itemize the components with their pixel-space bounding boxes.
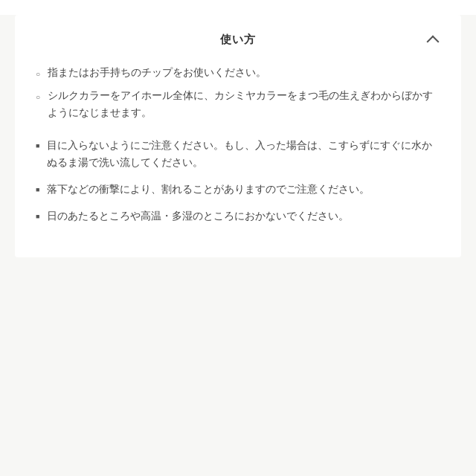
list-item: 日のあたるところや高温・多湿のところにおかないでください。 <box>36 208 440 225</box>
chevron-up-icon[interactable] <box>425 33 440 48</box>
section-header: 使い方 <box>36 33 440 47</box>
list-item: 落下などの衝撃により、割れることがありますのでご注意ください。 <box>36 181 440 199</box>
square-bullet-list: 目に入らないようにご注意ください。もし、入った場合は、こすらずにすぐに水かぬるま… <box>36 137 440 225</box>
section-title: 使い方 <box>220 33 255 47</box>
circle-bullet-list: 指またはお手持ちのチップをお使いください。 シルクカラーをアイホール全体に、カシ… <box>36 65 440 122</box>
list-item: 目に入らないようにご注意ください。もし、入った場合は、こすらずにすぐに水かぬるま… <box>36 137 440 172</box>
content-card: 使い方 指またはお手持ちのチップをお使いください。 シルクカラーをアイホール全体… <box>15 15 461 257</box>
list-item: 指またはお手持ちのチップをお使いください。 <box>36 65 440 82</box>
page-container: 使い方 指またはお手持ちのチップをお使いください。 シルクカラーをアイホール全体… <box>0 15 476 476</box>
list-item: シルクカラーをアイホール全体に、カシミヤカラーをまつ毛の生えぎわからぼかすように… <box>36 88 440 122</box>
